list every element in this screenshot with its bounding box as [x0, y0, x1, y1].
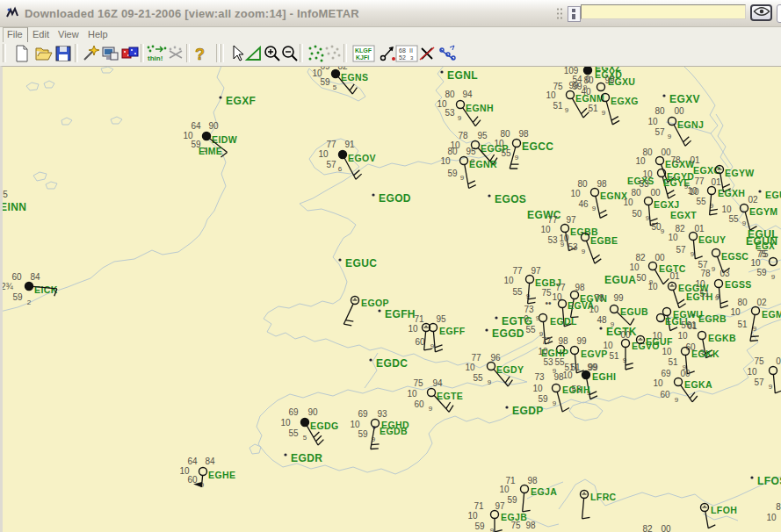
svg-text:10: 10	[503, 276, 514, 285]
svg-text:EGUA: EGUA	[604, 274, 636, 286]
svg-text:10: 10	[677, 331, 688, 341]
svg-text:93: 93	[377, 409, 387, 419]
menu-edit[interactable]: Edit	[33, 29, 49, 40]
svg-text:80: 80	[654, 106, 665, 116]
new-button[interactable]	[12, 44, 32, 63]
svg-text:EGXT: EGXT	[670, 210, 697, 220]
svg-text:EGXF: EGXF	[226, 95, 256, 107]
dice-button[interactable]	[120, 44, 140, 63]
barbs-blue-button[interactable]	[438, 44, 457, 63]
svg-text:EGGD: EGGD	[492, 327, 524, 340]
menu-view[interactable]: View	[58, 29, 79, 40]
svg-text:95: 95	[477, 131, 488, 140]
help-button[interactable]: ?	[191, 44, 210, 63]
menu-help[interactable]: Help	[88, 29, 108, 40]
svg-text:2: 2	[27, 298, 32, 306]
svg-text:EGUW: EGUW	[765, 190, 781, 200]
station-plot: LFOH	[701, 504, 738, 528]
svg-text:9: 9	[592, 205, 597, 212]
svg-text:9: 9	[769, 383, 773, 391]
svg-text:80: 80	[737, 298, 748, 307]
station-plot: EGTC820010509	[629, 253, 685, 286]
svg-text:10: 10	[465, 363, 475, 372]
svg-text:EGOV: EGOV	[348, 153, 376, 163]
svg-text:10: 10	[280, 418, 291, 428]
svg-text:10: 10	[467, 511, 478, 521]
thin-button[interactable]: thin!	[145, 44, 168, 63]
station-info-icon	[568, 6, 581, 22]
svg-text:73: 73	[524, 305, 534, 314]
svg-text:53: 53	[445, 108, 455, 118]
svg-text:91: 91	[344, 140, 355, 149]
ids-toggle-button[interactable]: KLGFKJFI	[352, 44, 375, 63]
svg-text:60: 60	[414, 399, 424, 409]
svg-text:59: 59	[358, 429, 368, 439]
map-panel[interactable]: EINNEIDW649010595EIMEEICK60842¾592EGNS69…	[0, 66, 781, 532]
wand-button[interactable]	[81, 44, 100, 63]
svg-text:97: 97	[531, 266, 541, 276]
svg-text:57: 57	[754, 377, 764, 387]
svg-text:9: 9	[771, 273, 776, 281]
svg-text:97: 97	[495, 501, 505, 511]
save-button[interactable]	[54, 44, 73, 63]
svg-text:55: 55	[512, 287, 523, 297]
svg-text:10: 10	[662, 347, 672, 356]
svg-text:EGGP: EGGP	[481, 143, 509, 154]
menu-file[interactable]: File	[7, 29, 23, 40]
svg-text:EIME: EIME	[199, 146, 222, 156]
svg-text:78: 78	[594, 293, 604, 303]
svg-text:00: 00	[674, 106, 684, 116]
svg-text:01: 01	[711, 177, 721, 187]
svg-text:EGKK: EGKK	[691, 349, 720, 359]
svg-text:75: 75	[541, 288, 552, 298]
svg-text:80: 80	[500, 129, 510, 139]
svg-text:9: 9	[565, 106, 569, 114]
toolbar-grip[interactable]	[556, 7, 563, 20]
zoom-in-button[interactable]	[263, 44, 282, 63]
barb-toggle-button[interactable]	[378, 44, 397, 63]
svg-text:51: 51	[668, 357, 678, 367]
station-plot: EGNH809410539	[437, 90, 494, 126]
svg-text:EGTG: EGTG	[502, 315, 533, 327]
computer-button[interactable]	[100, 44, 119, 63]
clear-toggle-button[interactable]	[417, 44, 437, 63]
svg-text:90: 90	[208, 121, 219, 131]
svg-text:thin!: thin!	[148, 54, 163, 62]
svg-text:59: 59	[756, 268, 767, 277]
svg-text:98: 98	[575, 283, 585, 292]
station-search-input[interactable]	[581, 4, 746, 19]
svg-text:LFOH: LFOH	[711, 505, 737, 515]
unthin-button[interactable]	[166, 44, 185, 63]
svg-text:60: 60	[660, 390, 670, 399]
svg-text:59: 59	[474, 521, 485, 531]
svg-text:99: 99	[588, 363, 598, 372]
svg-text:01: 01	[669, 271, 680, 281]
measure-button[interactable]	[244, 44, 264, 63]
svg-text:EGNJ: EGNJ	[677, 119, 704, 130]
svg-text:46: 46	[578, 199, 589, 209]
open-button[interactable]	[34, 44, 54, 63]
svg-text:10: 10	[532, 384, 543, 393]
station-plot: EGXF	[219, 95, 256, 107]
stations-off-button[interactable]	[323, 44, 343, 63]
svg-text:EGJA: EGJA	[531, 486, 557, 497]
svg-text:80: 80	[577, 179, 588, 189]
svg-text:9: 9	[458, 114, 462, 122]
svg-text:98: 98	[527, 476, 538, 485]
svg-text:94: 94	[462, 90, 473, 99]
plot-toggle-button[interactable]: 68II523	[395, 44, 418, 63]
svg-text:EGFF: EGFF	[439, 326, 466, 336]
svg-text:80: 80	[447, 147, 458, 156]
zoom-out-button[interactable]	[280, 44, 300, 63]
svg-text:75: 75	[758, 249, 769, 259]
station-plot: EGDR	[284, 452, 322, 464]
svg-text:55: 55	[473, 373, 483, 383]
svg-text:96: 96	[490, 353, 501, 363]
svg-text:64: 64	[187, 457, 198, 466]
svg-text:EGOD: EGOD	[379, 192, 411, 205]
svg-text:51: 51	[570, 363, 581, 372]
svg-text:EGDY: EGDY	[496, 364, 524, 375]
svg-text:9: 9	[490, 527, 495, 532]
svg-text:60: 60	[415, 337, 425, 347]
view-eye-button[interactable]	[750, 4, 772, 21]
